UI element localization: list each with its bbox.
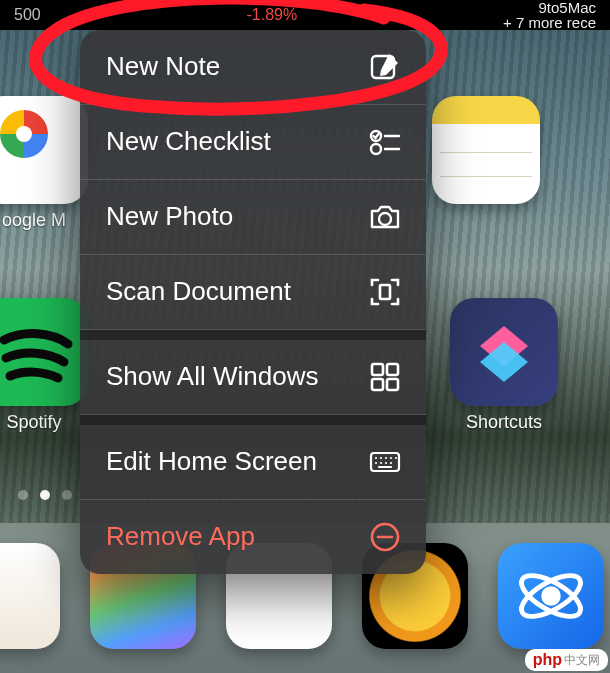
menu-item-label: Show All Windows bbox=[106, 361, 368, 392]
svg-rect-13 bbox=[387, 379, 398, 390]
menu-item-show-all-windows[interactable]: Show All Windows bbox=[80, 340, 426, 415]
dock-app-5[interactable] bbox=[498, 543, 604, 649]
app-notes[interactable] bbox=[432, 96, 540, 210]
app-shortcuts[interactable]: Shortcuts bbox=[450, 298, 558, 433]
keyboard-icon bbox=[368, 445, 402, 479]
svg-point-5 bbox=[371, 144, 381, 154]
app-google-maps[interactable]: oogle M bbox=[0, 96, 88, 231]
menu-item-label: New Photo bbox=[106, 201, 368, 232]
camera-icon bbox=[368, 200, 402, 234]
menu-separator bbox=[80, 415, 426, 425]
dock-app-1[interactable] bbox=[0, 543, 60, 649]
svg-rect-12 bbox=[372, 379, 383, 390]
notes-icon bbox=[432, 96, 540, 204]
app-spotify[interactable]: Spotify bbox=[0, 298, 88, 433]
menu-item-label: Edit Home Screen bbox=[106, 446, 368, 477]
menu-item-remove-app[interactable]: Remove App bbox=[80, 500, 426, 574]
svg-point-0 bbox=[541, 586, 561, 606]
remove-icon bbox=[368, 520, 402, 554]
watermark-text: php bbox=[533, 651, 562, 669]
svg-point-8 bbox=[379, 213, 391, 225]
svg-rect-10 bbox=[372, 364, 383, 375]
svg-rect-9 bbox=[380, 285, 390, 299]
page-indicator[interactable] bbox=[18, 490, 72, 500]
menu-item-new-photo[interactable]: New Photo bbox=[80, 180, 426, 255]
menu-separator bbox=[80, 330, 426, 340]
menu-item-label: New Note bbox=[106, 51, 368, 82]
menu-item-new-note[interactable]: New Note bbox=[80, 30, 426, 105]
status-bar: 500 -1.89% 9to5Mac + 7 more rece bbox=[0, 0, 610, 30]
spotify-icon bbox=[0, 298, 88, 406]
shortcuts-icon bbox=[450, 298, 558, 406]
context-menu: New Note New Checklist New Photo Scan Do… bbox=[80, 30, 426, 574]
app-label: Spotify bbox=[0, 412, 88, 433]
status-mid: -1.89% bbox=[247, 6, 298, 24]
app-label: Shortcuts bbox=[450, 412, 558, 433]
status-right: 9to5Mac + 7 more rece bbox=[503, 0, 596, 30]
menu-item-new-checklist[interactable]: New Checklist bbox=[80, 105, 426, 180]
svg-rect-14 bbox=[371, 453, 399, 471]
compose-icon bbox=[368, 50, 402, 84]
menu-item-label: Scan Document bbox=[106, 276, 368, 307]
menu-item-label: Remove App bbox=[106, 521, 368, 552]
menu-item-edit-home-screen[interactable]: Edit Home Screen bbox=[80, 425, 426, 500]
watermark-suffix: 中文网 bbox=[564, 652, 600, 669]
maps-icon bbox=[0, 96, 88, 204]
status-left: 500 bbox=[14, 6, 41, 24]
grid-icon bbox=[368, 360, 402, 394]
checklist-icon bbox=[368, 125, 402, 159]
svg-rect-11 bbox=[387, 364, 398, 375]
app-label: oogle M bbox=[0, 210, 88, 231]
menu-item-scan-document[interactable]: Scan Document bbox=[80, 255, 426, 330]
watermark: php中文网 bbox=[525, 649, 608, 671]
scan-icon bbox=[368, 275, 402, 309]
status-right-bottom: + 7 more rece bbox=[503, 14, 596, 31]
menu-item-label: New Checklist bbox=[106, 126, 368, 157]
